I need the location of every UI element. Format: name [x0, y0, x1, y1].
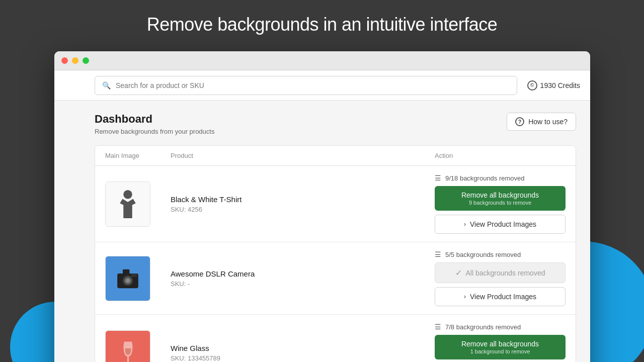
product-name: Black & White T-Shirt [171, 195, 435, 204]
table-row: Awesome DSLR Camera SKU: - ☰ 5/5 backgro… [95, 242, 576, 315]
window-close-dot[interactable] [61, 57, 68, 64]
product-sku: SKU: - [171, 280, 435, 288]
product-info-wineglass: Wine Glass SKU: 133455789 [171, 344, 435, 362]
product-image-tshirt [105, 182, 150, 227]
remove-all-label: Remove all backgrounds [443, 340, 557, 348]
app-window: 🔍 © 1930 Credits Dashboard Remove backgr… [54, 51, 590, 362]
product-image-wineglass [105, 330, 150, 363]
product-image-camera [105, 256, 150, 301]
main-content: Dashboard Remove backgrounds from your p… [54, 101, 590, 362]
credits-label: 1930 Credits [540, 81, 580, 89]
view-images-label: View Product Images [470, 220, 536, 228]
dashboard-header: Dashboard Remove backgrounds from your p… [95, 113, 576, 135]
remove-all-sublabel: 9 backgrounds to remove [443, 200, 557, 206]
product-table: Main Image Product Action [95, 145, 576, 362]
credits-display: © 1930 Credits [527, 80, 580, 90]
col-header-product: Product [171, 152, 435, 159]
col-header-action: Action [435, 152, 566, 159]
help-icon: ? [515, 117, 524, 126]
action-cell-tshirt: ☰ 9/18 backgrounds removed Remove all ba… [435, 174, 566, 234]
view-images-button[interactable]: › View Product Images [435, 287, 566, 306]
dashboard-subtitle: Remove backgrounds from your products [95, 128, 214, 135]
product-image-cell [105, 330, 171, 363]
bg-count-label: 5/5 backgrounds removed [445, 251, 521, 258]
remove-all-sublabel: 1 background to remove [443, 348, 557, 354]
bg-removed-count: ☰ 5/5 backgrounds removed [435, 250, 566, 258]
table-header: Main Image Product Action [95, 146, 576, 166]
list-icon: ☰ [435, 250, 441, 258]
how-to-button[interactable]: ? How to use? [507, 113, 576, 131]
remove-all-button[interactable]: Remove all backgrounds 1 background to r… [435, 335, 566, 359]
table-row: Wine Glass SKU: 133455789 ☰ 7/8 backgrou… [95, 315, 576, 362]
chevron-right-icon: › [464, 221, 466, 228]
list-icon: ☰ [435, 323, 441, 331]
product-name: Awesome DSLR Camera [171, 269, 435, 278]
view-images-label: View Product Images [470, 293, 536, 301]
svg-rect-7 [127, 356, 129, 362]
product-image-cell [105, 182, 171, 227]
action-cell-camera: ☰ 5/5 backgrounds removed ✓ All backgrou… [435, 250, 566, 306]
svg-point-0 [123, 190, 132, 199]
search-input[interactable] [116, 81, 510, 89]
how-to-label: How to use? [528, 118, 568, 126]
window-minimize-dot[interactable] [72, 57, 78, 64]
chevron-right-icon: › [464, 293, 466, 300]
remove-all-button[interactable]: Remove all backgrounds 9 backgrounds to … [435, 186, 566, 211]
title-bar [54, 51, 590, 70]
table-row: Black & White T-Shirt SKU: 4256 ☰ 9/18 b… [95, 166, 576, 242]
credits-icon: © [527, 80, 537, 90]
product-image-cell [105, 256, 171, 301]
all-removed-indicator: ✓ All backgrounds removed [435, 262, 566, 283]
search-bar[interactable]: 🔍 [95, 76, 517, 95]
col-header-image: Main Image [105, 152, 171, 159]
product-info-camera: Awesome DSLR Camera SKU: - [171, 269, 435, 288]
dashboard-title: Dashboard [95, 113, 214, 126]
product-sku: SKU: 4256 [171, 206, 435, 213]
product-sku: SKU: 133455789 [171, 354, 435, 362]
svg-rect-5 [123, 269, 129, 274]
all-removed-label: All backgrounds removed [466, 269, 545, 277]
window-maximize-dot[interactable] [83, 57, 89, 64]
dashboard-title-group: Dashboard Remove backgrounds from your p… [95, 113, 214, 135]
list-icon: ☰ [435, 174, 441, 182]
bg-count-label: 7/8 backgrounds removed [445, 323, 521, 331]
bg-count-label: 9/18 backgrounds removed [445, 174, 525, 182]
svg-rect-6 [131, 274, 137, 277]
wineglass-image [106, 331, 150, 363]
bg-removed-count: ☰ 7/8 backgrounds removed [435, 323, 566, 331]
product-name: Wine Glass [171, 344, 435, 352]
tshirt-image [106, 182, 150, 226]
view-images-button[interactable]: › View Product Images [435, 215, 566, 234]
action-cell-wineglass: ☰ 7/8 backgrounds removed Remove all bac… [435, 323, 566, 362]
search-icon: 🔍 [102, 81, 111, 89]
camera-image [106, 256, 150, 301]
remove-all-label: Remove all backgrounds [443, 191, 557, 199]
app-header: 🔍 © 1930 Credits [54, 70, 590, 101]
checkmark-icon: ✓ [455, 268, 462, 278]
svg-point-4 [126, 279, 130, 283]
bg-removed-count: ☰ 9/18 backgrounds removed [435, 174, 566, 182]
product-info-tshirt: Black & White T-Shirt SKU: 4256 [171, 195, 435, 213]
page-title: Remove backgrounds in an intuitive inter… [0, 0, 644, 45]
